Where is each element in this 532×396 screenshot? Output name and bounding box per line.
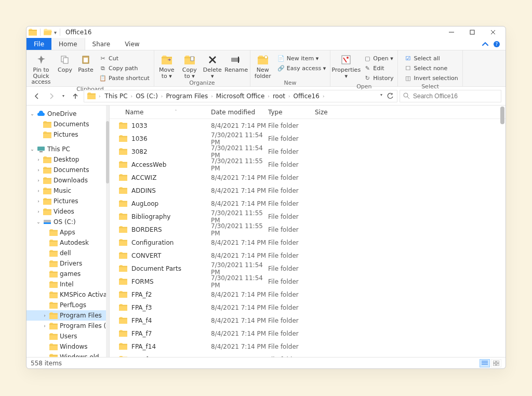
file-row[interactable]: 10367/30/2021 11:54 PMFile folder [110,132,506,145]
refresh-icon[interactable] [387,93,394,100]
open-button[interactable]: ▢Open ▾ [362,54,395,63]
file-row[interactable]: BORDERS7/30/2021 11:55 PMFile folder [110,223,506,236]
tree-item[interactable]: Autodesk [26,237,109,248]
tree-item[interactable]: ⌄OS (C:) [26,217,109,227]
file-row[interactable]: Document Parts7/30/2021 11:54 PMFile fol… [110,262,506,275]
breadcrumb-item[interactable]: Office16 [292,93,321,100]
tab-share[interactable]: Share [85,38,118,50]
new-folder-button[interactable]: New folder [252,51,273,79]
tree-item[interactable]: Apps [26,227,109,237]
chevron-right-icon[interactable]: › [287,94,291,99]
tree-item[interactable]: Intel [26,279,109,289]
tree-item[interactable]: ›Music [26,186,109,196]
chevron-down-icon[interactable]: ⌄ [30,111,35,116]
file-row[interactable]: FPA_f338/4/2021 7:14 PMFile folder [110,353,506,357]
chevron-right-icon[interactable]: › [267,94,271,99]
chevron-down-icon[interactable]: ⌄ [36,219,41,225]
column-type[interactable]: Type [268,109,315,116]
file-row[interactable]: FPA_f78/4/2021 7:14 PMFile folder [110,327,506,340]
chevron-right-icon[interactable]: › [42,323,47,328]
breadcrumb-item[interactable]: This PC [104,93,129,100]
copy-to-button[interactable]: Copy to ▾ [179,51,200,79]
back-button[interactable] [31,90,43,102]
tree-item[interactable]: ⌄OneDrive [26,109,109,119]
up-button[interactable] [69,90,82,102]
file-row[interactable]: FPA_f148/4/2021 7:14 PMFile folder [110,340,506,353]
file-row[interactable]: Configuration8/4/2021 7:14 PMFile folder [110,236,506,249]
tree-item[interactable]: ›Downloads [26,175,109,186]
close-button[interactable] [483,27,503,38]
tree-item[interactable]: Drivers [26,258,109,269]
recent-locations-button[interactable]: ▾ [60,90,67,102]
list-scrollbar-thumb[interactable] [500,107,504,124]
edit-button[interactable]: ✎Edit [362,63,395,73]
chevron-up-icon[interactable] [482,41,489,48]
chevron-right-icon[interactable]: › [42,313,47,318]
dropdown-button[interactable]: ▾ [380,93,382,100]
chevron-right-icon[interactable]: › [210,94,214,99]
search-input[interactable] [413,93,498,100]
copy-path-button[interactable]: ⧉Copy path [97,63,152,73]
tree-item[interactable]: games [26,269,109,279]
search-box[interactable] [400,90,501,102]
tab-view[interactable]: View [117,38,147,50]
pin-to-quick-access-button[interactable]: Pin to Quick access [29,51,54,85]
file-row[interactable]: AccessWeb7/30/2021 11:55 PMFile folder [110,158,506,171]
address-bar[interactable]: › This PC›OS (C:)›Program Files›Microsof… [84,90,397,102]
select-none-button[interactable]: ☐Select none [402,63,460,73]
chevron-right-icon[interactable]: › [36,199,41,204]
nav-tree[interactable]: ⌄OneDriveDocumentsPictures⌄This PC›Deskt… [26,105,110,357]
invert-selection-button[interactable]: ◫Invert selection [402,73,460,83]
file-row[interactable]: AugLoop8/4/2021 7:14 PMFile folder [110,197,506,210]
tree-item[interactable]: ›Documents [26,165,109,175]
file-row[interactable]: Bibliography7/30/2021 11:55 PMFile folde… [110,210,506,223]
file-row[interactable]: ACCWIZ8/4/2021 7:14 PMFile folder [110,171,506,184]
tree-item[interactable]: ⌄This PC [26,144,109,154]
paste-shortcut-button[interactable]: 📋Paste shortcut [97,73,152,83]
breadcrumb-item[interactable]: Program Files [165,93,209,100]
tab-home[interactable]: Home [51,38,85,50]
forward-button[interactable] [45,90,58,102]
tree-item[interactable]: Windows [26,341,109,352]
new-item-button[interactable]: 📄New item ▾ [275,54,328,63]
chevron-right-icon[interactable]: › [36,178,41,183]
select-all-button[interactable]: ☑Select all [402,54,460,63]
column-name[interactable]: Name˄ [110,109,211,116]
history-button[interactable]: ↻History [362,73,395,83]
file-row[interactable]: FORMS7/30/2021 11:54 PMFile folder [110,275,506,288]
file-row[interactable]: ADDINS8/4/2021 7:14 PMFile folder [110,184,506,197]
chevron-right-icon[interactable]: › [160,94,164,99]
maximize-button[interactable] [462,27,483,38]
tree-item[interactable]: Users [26,331,109,341]
tree-item[interactable]: Windows.old [26,352,109,357]
column-date[interactable]: Date modified [211,109,268,116]
breadcrumb-item[interactable]: OS (C:) [135,93,159,100]
tree-item[interactable]: ›Videos [26,206,109,217]
tree-item[interactable]: ›Pictures [26,196,109,206]
tree-scrollbar-thumb[interactable] [106,121,109,183]
copy-button[interactable]: Copy [56,51,74,73]
qat-dropdown-icon[interactable]: ▾ [54,30,57,35]
tab-file[interactable]: File [26,38,51,50]
chevron-down-icon[interactable]: ⌄ [30,147,35,152]
help-icon[interactable]: ? [493,41,500,48]
file-row[interactable]: CONVERT8/4/2021 7:14 PMFile folder [110,249,506,262]
chevron-right-icon[interactable]: › [36,188,41,193]
minimize-button[interactable] [441,27,462,38]
folder-open-icon[interactable] [44,29,52,36]
tree-item[interactable]: Documents [26,119,109,129]
file-row[interactable]: FPA_f48/4/2021 7:14 PMFile folder [110,314,506,327]
properties-button[interactable]: Properties ▾ [332,51,360,79]
tree-item[interactable]: dell [26,248,109,258]
chevron-right-icon[interactable]: › [130,94,134,99]
cut-button[interactable]: ✂Cut [97,54,152,63]
rename-button[interactable]: Rename [225,51,248,73]
file-row[interactable]: FPA_f38/4/2021 7:14 PMFile folder [110,301,506,314]
file-row[interactable]: 30827/30/2021 11:54 PMFile folder [110,145,506,158]
chevron-right-icon[interactable]: › [36,157,41,162]
move-to-button[interactable]: Move to ▾ [156,51,177,79]
tree-item[interactable]: ›Program Files [26,310,109,321]
chevron-right-icon[interactable]: › [36,167,41,173]
paste-button[interactable]: Paste [76,51,95,73]
tree-item[interactable]: Pictures [26,129,109,140]
